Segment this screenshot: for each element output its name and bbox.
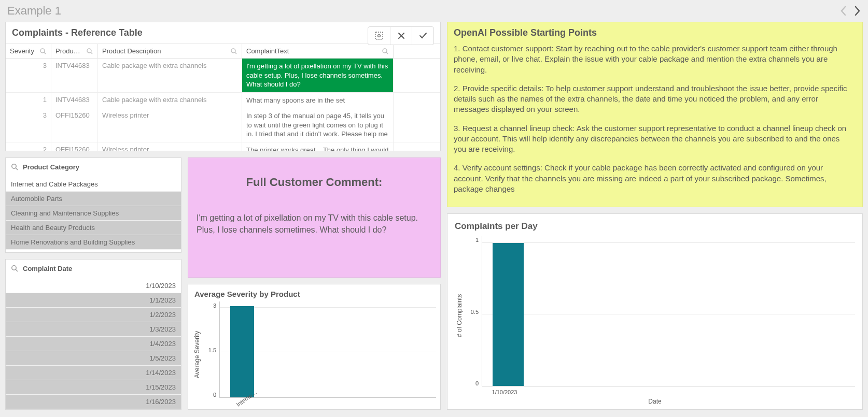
cell-description: Cable package with extra channels [98,59,242,92]
svg-point-8 [383,49,387,53]
ai-paragraph: 4. Verify account settings: Check if you… [454,163,852,194]
search-icon[interactable] [86,48,93,55]
cell-severity: 1 [6,93,51,108]
column-severity[interactable]: Severity [6,44,51,58]
complaints-per-day-panel: Complaints per Day # of Complaints 10.50… [447,213,863,410]
svg-line-9 [386,52,388,54]
per-day-y-ticks: 10.50 [464,236,482,396]
cell-description: Cable package with extra channels [98,93,242,108]
list-item[interactable]: Automobile Parts [6,192,181,206]
svg-point-12 [12,266,16,270]
complaint-date-header[interactable]: Complaint Date [6,260,181,279]
table-row[interactable]: 1INTV44683Cable package with extra chann… [6,93,440,109]
list-item[interactable]: 1/14/2023 [6,366,181,380]
column-product-label: Produ… [55,47,80,55]
complaints-table-panel: Complaints - Reference Table Severity [5,22,441,151]
list-item[interactable]: 1/10/2023 [6,279,181,293]
svg-point-2 [40,49,45,53]
full-comment-text: I'm getting a lot of pixellation on my T… [197,212,432,236]
cell-spacer [394,108,440,142]
svg-rect-0 [375,32,383,39]
column-product[interactable]: Produ… [51,44,98,58]
column-spacer [394,44,440,58]
product-category-panel: Product Category Internet and Cable Pack… [5,157,181,253]
severity-plot[interactable]: Interne… [219,301,436,398]
cell-description: Wireless printer [98,108,242,142]
selection-tool-button[interactable] [368,27,390,45]
svg-line-11 [16,168,18,170]
cell-spacer [394,93,440,108]
svg-point-1 [378,35,381,37]
ai-paragraph: 3. Request a channel lineup check: Ask t… [454,123,852,155]
cell-complaint-text[interactable]: The printer works great... The only thin… [242,142,394,151]
product-category-header[interactable]: Product Category [6,158,181,177]
ai-paragraph: 1. Contact customer support: Start by re… [454,44,852,75]
cell-complaint-text[interactable]: I'm getting a lot of pixellation on my T… [242,59,394,92]
ai-panel-body[interactable]: 1. Contact customer support: Start by re… [447,41,862,207]
cancel-selection-button[interactable] [390,27,412,45]
list-item[interactable]: 1/5/2023 [6,351,181,366]
search-icon[interactable] [39,48,47,55]
chart-bar[interactable] [230,306,254,397]
complaint-date-list[interactable]: 1/10/20231/1/20231/2/20231/3/20231/4/202… [6,279,181,409]
product-category-list[interactable]: Internet and Cable PackagesAutomobile Pa… [6,177,181,252]
svg-point-4 [87,49,91,53]
column-complaint-text-label: ComplaintText [246,47,289,55]
cell-spacer [394,59,440,92]
list-item[interactable]: Cleaning and Maintenance Supplies [6,206,181,221]
column-description[interactable]: Product Description [98,44,242,58]
list-item[interactable]: 1/3/2023 [6,322,181,337]
confirm-selection-button[interactable] [412,27,433,45]
cell-product: INTV44683 [51,59,98,92]
table-row[interactable]: 3OFFI15260Wireless printerIn step 3 of t… [6,108,440,142]
column-description-label: Product Description [102,47,161,55]
list-item[interactable]: 1/4/2023 [6,337,181,351]
cell-spacer [394,142,440,151]
svg-line-13 [16,269,18,271]
svg-line-5 [91,52,92,54]
list-item[interactable]: 1/15/2023 [6,380,181,395]
full-comment-title: Full Customer Comment: [197,176,432,189]
severity-y-ticks: 31.50 [202,301,219,407]
column-complaint-text[interactable]: ComplaintText [242,44,394,58]
table-row[interactable]: 2OFFI15260Wireless printerThe printer wo… [6,142,440,151]
table-header: Severity Produ… Product Description [6,44,440,59]
per-day-y-label: # of Complaints [455,236,464,396]
search-icon[interactable] [11,265,19,272]
table-body[interactable]: 3INTV44683Cable package with extra chann… [6,59,440,151]
table-row[interactable]: 3INTV44683Cable package with extra chann… [6,59,440,93]
severity-y-label: Average Severity [192,301,202,407]
list-item[interactable]: Internet and Cable Packages [6,177,181,192]
per-day-plot[interactable]: 1/10/2023 [482,236,855,386]
full-comment-panel: Full Customer Comment: I'm getting a lot… [188,157,441,278]
chart-bar[interactable] [493,243,524,386]
list-item[interactable]: 1/2/2023 [6,308,181,322]
list-item[interactable]: 1/16/2023 [6,395,181,409]
sheet-header: Example 1 [0,0,868,20]
list-item[interactable]: 1/1/2023 [6,293,181,308]
ai-starting-points-panel: OpenAI Possible Starting Points 1. Conta… [447,22,863,207]
cell-complaint-text[interactable]: What many spoons are in the set [242,93,394,108]
sheet-nav [840,6,861,16]
complaint-date-title: Complaint Date [23,265,72,272]
next-sheet-button[interactable] [853,6,861,16]
cell-product: OFFI15260 [51,108,98,142]
complaint-date-panel: Complaint Date 1/10/20231/1/20231/2/2023… [5,259,181,410]
svg-line-7 [235,52,236,54]
search-icon[interactable] [382,48,389,55]
x-tick-label: 1/10/2023 [492,389,517,395]
search-icon[interactable] [230,48,237,55]
ai-paragraph: 2. Provide specific details: To help cus… [454,83,852,115]
cell-complaint-text[interactable]: In step 3 of the manual on page 45, it t… [242,108,394,142]
list-item[interactable]: Home Renovations and Building Supplies [6,235,181,250]
prev-sheet-button[interactable] [840,6,847,16]
product-category-title: Product Category [23,163,79,171]
list-item[interactable]: Health and Beauty Products [6,221,181,235]
ai-panel-title: OpenAI Possible Starting Points [447,22,862,41]
search-icon[interactable] [11,163,19,171]
sheet-title: Example 1 [7,4,61,18]
severity-chart-title: Average Severity by Product [192,289,436,301]
column-severity-label: Severity [10,47,34,55]
cell-severity: 3 [6,108,51,142]
severity-chart-panel: Average Severity by Product Average Seve… [188,284,441,410]
